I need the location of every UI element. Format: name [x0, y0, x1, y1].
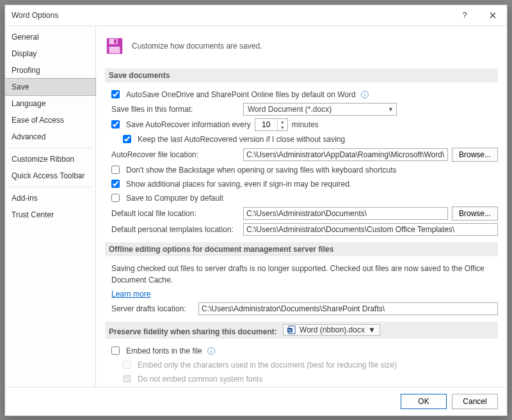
page-subtitle: Customize how documents are saved.: [132, 42, 262, 51]
close-icon: [490, 12, 496, 19]
section-offline: Offline editing options for document man…: [105, 242, 498, 256]
help-button[interactable]: ?: [451, 5, 479, 26]
autorecover-value[interactable]: [255, 119, 277, 130]
sidebar-item-save[interactable]: Save: [5, 78, 96, 96]
additional-places-label: Show additional places for saving, even …: [126, 180, 351, 189]
spinner-buttons[interactable]: ▲▼: [277, 119, 287, 130]
format-dropdown[interactable]: Word Document (*.docx) ▼: [243, 103, 397, 116]
save-page-icon: [105, 36, 124, 56]
sidebar-item-add-ins[interactable]: Add-ins: [5, 190, 95, 206]
page-header: Customize how documents are saved.: [105, 33, 498, 63]
backstage-checkbox[interactable]: [111, 166, 120, 174]
chevron-down-icon: ▼: [368, 325, 376, 334]
svg-rect-3: [109, 46, 120, 52]
fidelity-title: Preserve fidelity when sharing this docu…: [109, 327, 277, 336]
sidebar-item-display[interactable]: Display: [5, 45, 95, 62]
fidelity-doc-value: Word (ribbon).docx: [300, 325, 365, 334]
titlebar: Word Options ?: [5, 5, 507, 26]
server-drafts-label: Server drafts location:: [111, 304, 195, 313]
fidelity-doc-dropdown[interactable]: W Word (ribbon).docx ▼: [283, 324, 380, 336]
autorecover-prefix: Save AutoRecover information every: [126, 120, 251, 129]
info-icon[interactable]: i: [207, 347, 215, 355]
autorecover-browse-button[interactable]: Browse...: [452, 148, 498, 162]
personal-templates-label: Default personal templates location:: [111, 225, 239, 234]
embed-chars-label: Embed only the characters used in the do…: [138, 361, 397, 369]
embed-fonts-checkbox[interactable]: [111, 346, 120, 355]
save-computer-label: Save to Computer by default: [126, 194, 223, 203]
autorecover-checkbox[interactable]: [111, 120, 120, 128]
section-fidelity: Preserve fidelity when sharing this docu…: [105, 322, 498, 339]
default-local-label: Default local file location:: [111, 209, 239, 218]
default-local-browse-button[interactable]: Browse...: [452, 206, 498, 221]
server-drafts-input[interactable]: [198, 302, 498, 315]
backstage-label: Don't show the Backstage when opening or…: [126, 166, 397, 175]
svg-rect-2: [114, 39, 116, 43]
word-doc-icon: W: [287, 325, 296, 334]
autorecover-loc-input[interactable]: [243, 148, 448, 161]
save-computer-checkbox[interactable]: [111, 194, 120, 202]
dialog-body: General Display Proofing Save Language E…: [5, 26, 507, 387]
no-common-checkbox: [123, 375, 131, 383]
autorecover-suffix: minutes: [292, 120, 319, 129]
learn-more-link[interactable]: Learn more: [111, 290, 150, 299]
ok-button[interactable]: OK: [401, 394, 447, 409]
format-value: Word Document (*.docx): [248, 105, 332, 114]
close-button[interactable]: [479, 5, 507, 26]
sidebar-item-ease-of-access[interactable]: Ease of Access: [5, 112, 95, 128]
info-icon[interactable]: i: [361, 91, 369, 98]
svg-text:W: W: [288, 329, 292, 332]
sidebar-item-trust-center[interactable]: Trust Center: [5, 206, 95, 223]
cancel-button[interactable]: Cancel: [452, 394, 498, 409]
sidebar-item-advanced[interactable]: Advanced: [5, 128, 95, 145]
additional-places-checkbox[interactable]: [111, 180, 120, 188]
keep-last-label: Keep the last AutoRecovered version if I…: [138, 135, 345, 144]
embed-fonts-label: Embed fonts in the file: [126, 346, 202, 355]
sidebar: General Display Proofing Save Language E…: [5, 26, 96, 387]
autosave-checkbox[interactable]: [111, 90, 120, 98]
sidebar-item-general[interactable]: General: [5, 29, 95, 45]
autosave-label: AutoSave OneDrive and SharePoint Online …: [126, 90, 356, 99]
no-common-label: Do not embed common system fonts: [138, 375, 262, 384]
word-options-dialog: Word Options ? General Display Proofing …: [4, 4, 508, 416]
sidebar-item-proofing[interactable]: Proofing: [5, 62, 95, 79]
format-label: Save files in this format:: [111, 105, 239, 114]
main-panel: Customize how documents are saved. Save …: [96, 26, 507, 387]
autorecover-spinner[interactable]: ▲▼: [255, 118, 288, 131]
sidebar-item-language[interactable]: Language: [5, 95, 95, 112]
personal-templates-input[interactable]: [243, 223, 498, 236]
dialog-footer: OK Cancel: [5, 387, 507, 416]
embed-chars-checkbox: [123, 361, 131, 369]
window-title: Word Options: [5, 11, 451, 20]
offline-note: Saving checked out files to server draft…: [105, 261, 498, 287]
keep-last-checkbox[interactable]: [123, 135, 131, 143]
section-save-documents: Save documents: [105, 68, 498, 82]
sidebar-item-customize-ribbon[interactable]: Customize Ribbon: [5, 151, 95, 167]
sidebar-item-quick-access-toolbar[interactable]: Quick Access Toolbar: [5, 167, 95, 184]
default-local-input[interactable]: [243, 207, 448, 220]
chevron-down-icon: ▼: [388, 106, 394, 113]
autorecover-loc-label: AutoRecover file location:: [111, 150, 239, 159]
